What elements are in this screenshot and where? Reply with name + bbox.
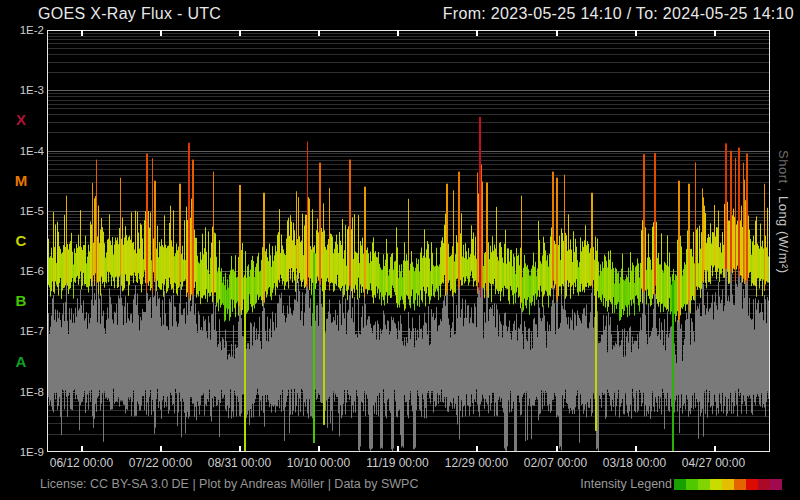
x-tick-label: 04/27 00:00 <box>669 456 759 470</box>
y-tick-label: 1E-4 <box>0 145 44 157</box>
legend-swatch <box>686 479 698 490</box>
y-tick-label: 1E-6 <box>0 265 44 277</box>
y-tick-label: 1E-5 <box>0 205 44 217</box>
legend-swatch <box>734 479 746 490</box>
y-tick-label: 1E-8 <box>0 386 44 398</box>
x-tick-label: 06/12 00:00 <box>36 456 126 470</box>
legend-swatch <box>674 479 686 490</box>
flux-canvas <box>47 30 770 452</box>
flare-class-c: C <box>8 232 34 249</box>
time-range-label: From: 2023-05-25 14:10 / To: 2024-05-25 … <box>443 5 794 23</box>
flare-class-m: M <box>8 172 34 189</box>
x-tick-label: 02/07 00:00 <box>511 456 601 470</box>
y-tick-label: 1E-7 <box>0 325 44 337</box>
x-tick-label: 11/19 00:00 <box>352 456 442 470</box>
legend-swatch <box>758 479 770 490</box>
y-tick-label: 1E-2 <box>0 24 44 36</box>
right-axis-label: Short , Long (W/m²) <box>776 150 791 370</box>
x-tick-label: 03/18 00:00 <box>590 456 680 470</box>
chart-title: GOES X-Ray Flux - UTC <box>38 5 221 23</box>
y-tick-label: 1E-3 <box>0 84 44 96</box>
right-axis-label-long: Long (W/m²) <box>776 196 791 274</box>
intensity-legend-label: Intensity Legend <box>580 477 672 491</box>
x-tick-label: 08/31 00:00 <box>194 456 284 470</box>
legend-swatch <box>722 479 734 490</box>
right-axis-label-separator: , <box>776 184 791 196</box>
legend-swatch <box>710 479 722 490</box>
intensity-legend-swatches <box>674 479 782 490</box>
flare-class-a: A <box>8 353 34 370</box>
x-tick-label: 07/22 00:00 <box>115 456 205 470</box>
flare-class-b: B <box>8 292 34 309</box>
license-text: License: CC BY-SA 3.0 DE | Plot by Andre… <box>40 477 418 491</box>
legend-swatch <box>746 479 758 490</box>
legend-swatch <box>698 479 710 490</box>
x-tick-label: 10/10 00:00 <box>273 456 363 470</box>
flare-class-x: X <box>8 111 34 128</box>
plot-area <box>47 30 770 452</box>
right-axis-label-short: Short <box>776 150 791 184</box>
legend-swatch <box>770 479 782 490</box>
x-tick-label: 12/29 00:00 <box>431 456 521 470</box>
intensity-legend: Intensity Legend <box>580 477 782 491</box>
goes-xray-flux-page: { "header": { "title": "GOES X-Ray Flux … <box>0 0 800 500</box>
